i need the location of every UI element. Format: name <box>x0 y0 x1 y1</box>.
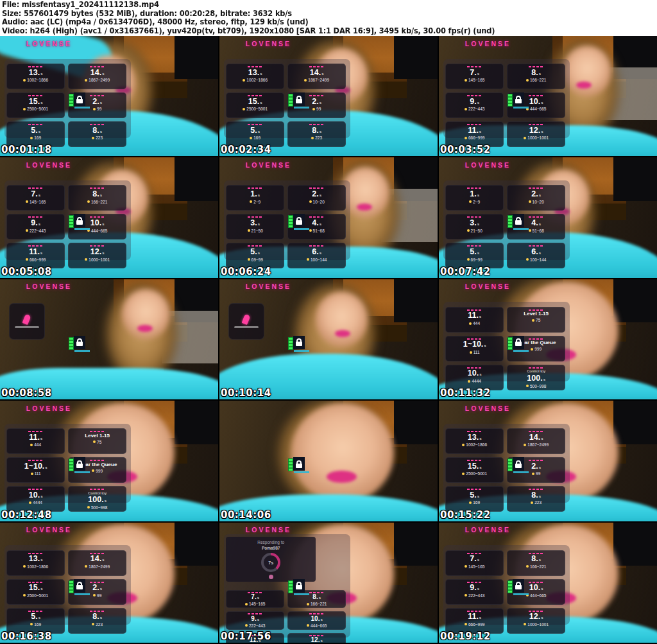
lock-body <box>296 342 302 346</box>
tile-number-text: 7. <box>470 555 476 563</box>
lock-icon <box>74 579 85 593</box>
battery-icon <box>508 215 513 228</box>
tile-number-text: 9. <box>470 584 476 592</box>
tile-number-text: 8. <box>531 555 538 563</box>
battery-icon <box>288 580 293 593</box>
lock-body <box>515 342 522 346</box>
tile-number: 9.s <box>470 584 479 592</box>
lock-body <box>76 585 83 589</box>
token-dot-icon <box>23 594 26 596</box>
token-dot-icon <box>85 79 87 82</box>
video-thumbnail: LOVENSE11.s444Level 1-15751~10.s111Clear… <box>439 279 657 399</box>
tip-tile: 12.s1000~1001 <box>507 608 565 634</box>
tile-number: 7.s <box>470 69 479 77</box>
tile-number: 2.s <box>531 190 541 198</box>
tile-number: 9.s <box>251 616 259 623</box>
tile-number: 11.s <box>468 613 481 621</box>
tile-range: 666~999 <box>26 257 46 262</box>
tile-number: 7.s <box>470 555 479 563</box>
tile-number-text: 12. <box>311 637 320 643</box>
token-dot-icon <box>469 322 472 325</box>
token-dot-icon <box>526 385 529 387</box>
tile-range: 666~999 <box>465 135 485 140</box>
token-dot-icon <box>248 258 250 261</box>
tip-menu-tiles: 13.s1002~186614.s1867~249915.s2500~50012… <box>6 64 126 147</box>
seconds-suffix: s <box>100 193 102 197</box>
face-shape <box>563 46 611 96</box>
timestamp-label: 00:02:34 <box>221 144 271 155</box>
seconds-suffix: s <box>539 193 541 197</box>
battery-icon <box>508 580 513 593</box>
tile-number: 14.s <box>90 555 105 563</box>
tile-number-text: 5. <box>31 126 37 135</box>
tile-number: 14.s <box>529 433 543 442</box>
tip-tile: Level 1-1575 <box>507 307 565 333</box>
lock-icon <box>74 92 85 106</box>
tile-top-label: Control toy <box>527 369 545 373</box>
watermark-bar <box>74 228 90 230</box>
lock-icon <box>293 457 305 471</box>
seconds-suffix: s <box>477 193 479 197</box>
tile-range: 166~221 <box>526 564 547 569</box>
video-thumbnail: LOVENSE7.s145~1658.s166~2219.s222~44310.… <box>439 523 657 643</box>
monitor-shape <box>394 279 438 322</box>
tip-tile: 11.s666~999 <box>445 608 504 634</box>
seconds-suffix: s <box>539 222 541 226</box>
tile-number-text: 8. <box>92 190 99 198</box>
tile-range-text: 100~144 <box>530 257 547 262</box>
tile-range-text: 1002~1866 <box>246 78 268 82</box>
seconds-suffix: s <box>257 596 259 600</box>
tile-range-text: 100~144 <box>311 257 327 262</box>
tile-number: 15.s <box>248 98 262 106</box>
tile-range-text: 444~665 <box>91 229 108 233</box>
tip-tile: 5.s69~99 <box>445 243 504 268</box>
tile-number: 9.s <box>470 98 479 106</box>
seconds-suffix: s <box>484 344 486 347</box>
token-dot-icon <box>304 79 307 82</box>
seconds-suffix: s <box>541 616 543 620</box>
tile-number: 5.s <box>470 248 479 256</box>
tile-range: 10~20 <box>529 200 544 204</box>
lovense-brand: LOVENSE <box>465 283 511 290</box>
tip-tile: 1.s2~9 <box>226 185 284 211</box>
tile-range-text: 2~9 <box>253 200 260 204</box>
tile-number-text: 14. <box>90 555 101 563</box>
seconds-suffix: s <box>257 618 259 622</box>
token-dot-icon <box>93 440 96 443</box>
token-dot-icon <box>467 229 470 232</box>
tile-number-text: 11. <box>468 126 479 135</box>
dash-icon <box>28 95 44 96</box>
token-dot-icon <box>93 108 96 110</box>
tile-number: 1.s <box>470 190 479 198</box>
token-dot-icon <box>465 79 467 82</box>
timestamp-label: 00:11:32 <box>440 387 491 399</box>
tip-tile: 8.s166~221 <box>507 550 565 576</box>
tile-number-text: 13. <box>468 433 479 442</box>
tile-range: 169 <box>469 500 480 505</box>
token-dot-icon <box>248 229 250 232</box>
tile-range: 2500~5001 <box>23 593 48 598</box>
tip-tile: 13.s1002~1866 <box>226 64 284 89</box>
dash-icon <box>90 95 105 96</box>
lock-icon <box>293 214 305 227</box>
token-dot-icon <box>93 594 96 596</box>
monitor-shape <box>394 36 438 79</box>
timestamp-label: 00:05:08 <box>1 266 52 277</box>
tile-range-text: 4444 <box>472 379 481 383</box>
tile-range: 500~998 <box>526 384 547 388</box>
tile-number-text: 1. <box>470 190 476 198</box>
lock-icon <box>513 214 524 227</box>
lock-shackle <box>516 96 521 99</box>
seconds-suffix: s <box>320 222 321 226</box>
seconds-suffix: s <box>40 101 42 105</box>
token-dot-icon <box>23 565 26 568</box>
token-dot-icon <box>307 624 309 627</box>
lock-body <box>76 342 83 346</box>
seconds-suffix: s <box>541 101 543 105</box>
dash-icon <box>467 66 482 67</box>
tile-range-text: 1867~2499 <box>89 78 110 82</box>
tile-range-text: 21~50 <box>471 229 482 233</box>
tile-number-text: 6. <box>312 248 318 256</box>
token-dot-icon <box>29 501 31 504</box>
video-thumbnail: LOVENSE7.s145~1658.s166~2219.s222~44310.… <box>439 36 657 156</box>
